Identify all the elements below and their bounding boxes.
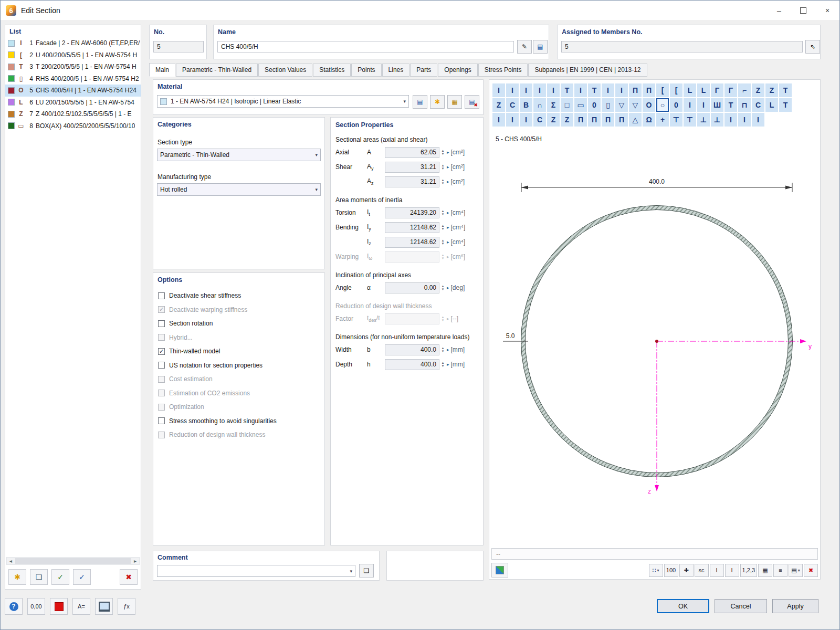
bending-field[interactable]: 12148.62	[385, 222, 439, 233]
shape-type-icon[interactable]: Ω	[643, 113, 655, 127]
shape-type-icon[interactable]: ○	[656, 98, 669, 112]
shape-type-icon[interactable]: △	[629, 113, 642, 127]
formula-button[interactable]: ƒx	[118, 598, 135, 615]
material-new-button[interactable]: ✱	[430, 95, 445, 109]
material-combo[interactable]: 1 - EN AW-5754 H24 | Isotropic | Linear …	[157, 95, 409, 108]
shape-type-icon[interactable]: Σ	[547, 98, 560, 112]
name-field[interactable]: CHS 400/5/H	[217, 41, 514, 52]
shape-type-icon[interactable]: Π	[615, 113, 628, 127]
tab-statistics[interactable]: Statistics	[313, 64, 351, 77]
shape-type-icon[interactable]: ⊤	[670, 113, 682, 127]
cancel-button[interactable]: Cancel	[715, 599, 767, 613]
option-stress-smoothing-to-avoid-singularities[interactable]: Stress smoothing to avoid singularities	[153, 414, 324, 428]
shape-type-icon[interactable]: ▽	[615, 98, 628, 112]
list-item[interactable]: Z7Z 400/102.5/102.5/5/5/5/5/5 | 1 - E	[5, 108, 141, 120]
shape-type-icon[interactable]: L	[684, 83, 696, 97]
shape-type-icon[interactable]: Π	[588, 113, 601, 127]
shape-type-icon[interactable]: I	[602, 83, 614, 97]
list-item[interactable]: I1Facade | 2 - EN AW-6060 (ET,EP,ER/	[5, 37, 141, 49]
shape-type-icon[interactable]: [	[670, 83, 682, 97]
shape-type-icon[interactable]: L	[697, 83, 710, 97]
shape-type-icon[interactable]: T	[561, 83, 573, 97]
expander-arrow-icon[interactable]: ▸	[447, 239, 449, 245]
shape-type-icon[interactable]: ⊓	[738, 98, 751, 112]
check-section-button[interactable]: ✓	[51, 569, 69, 585]
shape-type-icon[interactable]: Γ	[724, 83, 737, 97]
list-item[interactable]: L6LU 200/150/5/5/5 | 1 - EN AW-5754	[5, 97, 141, 109]
shape-type-icon[interactable]: C	[533, 113, 546, 127]
ok-button[interactable]: OK	[657, 599, 709, 613]
list-item[interactable]: O5CHS 400/5/H | 1 - EN AW-5754 H24	[5, 85, 141, 97]
list-item[interactable]: [2U 400/200/5/5/5 | 1 - EN AW-5754 H	[5, 49, 141, 61]
units-button[interactable]: 0,00	[27, 598, 45, 615]
dimensions-button[interactable]: I	[710, 564, 724, 577]
shape-type-icon[interactable]: 0	[670, 98, 682, 112]
number-field[interactable]: 5	[153, 41, 204, 52]
tab-subpanels-en-1999-cen-2013-12[interactable]: Subpanels | EN 1999 | CEN | 2013-12	[528, 64, 647, 77]
spinner-arrows[interactable]: ▴▾	[440, 149, 446, 155]
tab-parts[interactable]: Parts	[410, 64, 437, 77]
shape-type-icon[interactable]: I	[738, 113, 751, 127]
shape-type-icon[interactable]: ▽	[629, 98, 642, 112]
scroll-right-icon[interactable]: ▸	[131, 558, 139, 564]
list-horizontal-scrollbar[interactable]: ◂ ▸	[6, 557, 140, 565]
display-colors-button[interactable]	[50, 598, 68, 615]
shape-type-icon[interactable]: ∩	[533, 98, 546, 112]
numbering-button[interactable]: 1,2,3	[740, 564, 757, 577]
dropdown-arrow-icon[interactable]: ▾	[798, 568, 800, 573]
shape-type-icon[interactable]: 0	[588, 98, 601, 112]
option-section-rotation[interactable]: Section rotation	[153, 317, 324, 331]
help-button[interactable]: ?	[5, 598, 23, 615]
chevron-down-icon[interactable]: ▾	[401, 99, 406, 104]
shape-type-icon[interactable]: Π	[602, 113, 614, 127]
view-settings-button[interactable]	[491, 563, 508, 578]
tab-section-values[interactable]: Section Values	[258, 64, 312, 77]
spinner-arrows[interactable]: ▴▾	[440, 285, 446, 291]
shape-type-icon[interactable]: C	[752, 98, 764, 112]
checkbox[interactable]	[158, 292, 165, 299]
new-section-button[interactable]: ✱	[8, 569, 26, 585]
shape-type-icon[interactable]: I	[520, 83, 532, 97]
shape-type-icon[interactable]: ⌐	[738, 83, 751, 97]
option-us-notation-for-section-properties[interactable]: US notation for section properties	[153, 359, 324, 373]
shape-type-icon[interactable]: I	[520, 113, 532, 127]
axial-field[interactable]: 62.05	[385, 147, 439, 158]
shape-type-icon[interactable]: I	[574, 83, 587, 97]
assigned-members-field[interactable]: 5	[561, 41, 803, 52]
zoom-reset-button[interactable]: ✖	[804, 564, 818, 577]
expander-arrow-icon[interactable]: ▸	[447, 164, 449, 170]
dropdown-arrow-icon[interactable]: ▾	[657, 568, 659, 573]
spinner-arrows[interactable]: ▴▾	[440, 346, 446, 353]
spinner-arrows[interactable]: ▴▾	[440, 209, 446, 216]
section-type-combo[interactable]: Parametric - Thin-Walled ▾	[157, 149, 321, 161]
chevron-down-icon[interactable]: ▾	[348, 569, 352, 574]
shape-type-icon[interactable]: Z	[547, 113, 560, 127]
expander-arrow-icon[interactable]: ▸	[447, 150, 449, 155]
expander-arrow-icon[interactable]: ▸	[447, 210, 449, 215]
shape-type-icon[interactable]: B	[520, 98, 532, 112]
shape-type-icon[interactable]: I	[492, 83, 505, 97]
shape-type-icon[interactable]: I	[684, 98, 696, 112]
spinner-arrows[interactable]: ▴▾	[440, 224, 446, 230]
close-button[interactable]: ×	[815, 1, 839, 20]
expander-arrow-icon[interactable]: ▸	[447, 225, 449, 230]
depth-field[interactable]: 400.0	[385, 359, 439, 370]
shape-type-icon[interactable]: O	[643, 98, 655, 112]
checkbox[interactable]	[158, 320, 165, 327]
angle-field[interactable]: 0.00	[385, 282, 439, 293]
shape-type-icon[interactable]: Π	[643, 83, 655, 97]
shape-type-icon[interactable]: +	[656, 113, 669, 127]
shape-type-icon[interactable]: I	[752, 113, 764, 127]
tab-parametric-thin-walled[interactable]: Parametric - Thin-Walled	[176, 64, 258, 77]
shape-type-icon[interactable]: □	[561, 98, 573, 112]
shape-type-icon[interactable]: Z	[752, 83, 764, 97]
checkbox[interactable]	[158, 362, 165, 369]
shape-type-icon[interactable]: Π	[574, 113, 587, 127]
zoom-100-button[interactable]: 100	[664, 564, 678, 577]
shape-type-icon[interactable]: ⊤	[684, 113, 696, 127]
section-drawing-canvas[interactable]: 5 - CHS 400/5/H 400.0	[491, 132, 818, 546]
option-deactivate-shear-stiffness[interactable]: Deactivate shear stiffness	[153, 289, 324, 303]
comment-combo[interactable]: ▾	[157, 565, 355, 577]
scroll-left-icon[interactable]: ◂	[7, 558, 15, 564]
selection-mode-button[interactable]: ∷▾	[649, 564, 663, 577]
